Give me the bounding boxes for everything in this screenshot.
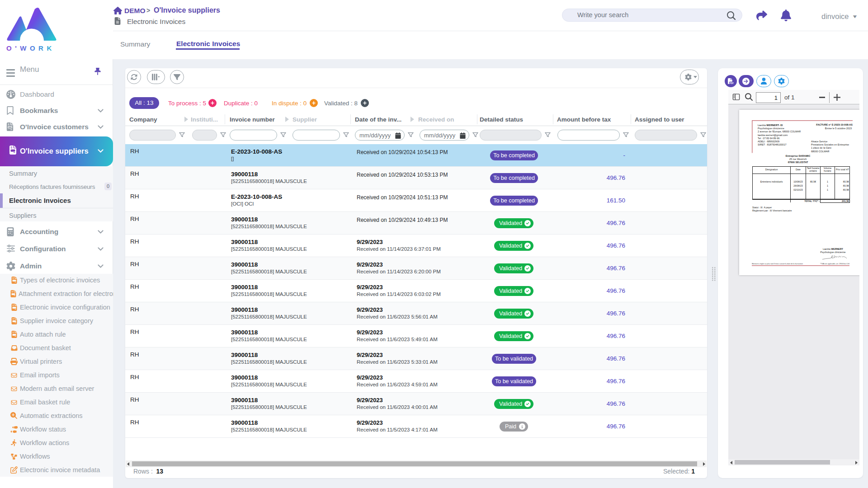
- svg-text:O'WORK: O'WORK: [6, 44, 55, 52]
